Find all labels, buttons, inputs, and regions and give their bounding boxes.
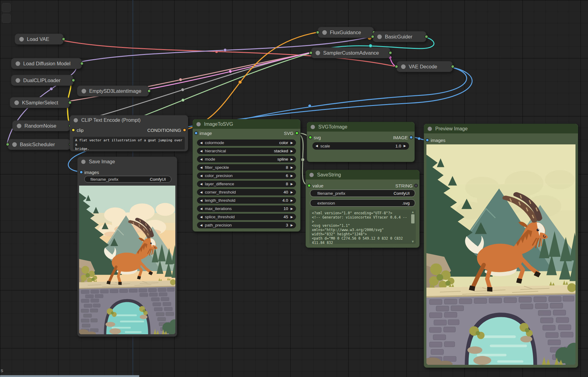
increment-icon[interactable]: ▶ bbox=[404, 144, 406, 147]
collapse-dot[interactable] bbox=[428, 127, 432, 131]
node-graph-canvas[interactable]: s bbox=[0, 0, 588, 377]
conditioning-output-port[interactable] bbox=[183, 128, 186, 132]
textarea-scrollbar[interactable]: ▲ ▼ bbox=[411, 210, 415, 243]
node-header[interactable]: SVGToImage bbox=[307, 122, 415, 132]
node-image-to-svg[interactable]: ImageToSVG image SVG ◀ colormode color ▶… bbox=[192, 119, 301, 232]
decrement-icon[interactable]: ◀ bbox=[200, 199, 203, 202]
increment-icon[interactable]: ▶ bbox=[290, 216, 293, 219]
increment-icon[interactable]: ▶ bbox=[290, 174, 293, 177]
decrement-icon[interactable]: ◀ bbox=[316, 144, 318, 147]
decrement-icon[interactable]: ◀ bbox=[200, 166, 203, 169]
image-output-port[interactable] bbox=[409, 136, 413, 139]
node-basic-scheduler[interactable]: BasicScheduler bbox=[8, 139, 71, 150]
decrement-icon[interactable]: ◀ bbox=[200, 183, 203, 186]
increment-icon[interactable]: ▶ bbox=[290, 199, 293, 202]
decrement-icon[interactable]: ◀ bbox=[200, 207, 203, 210]
collapse-dot[interactable] bbox=[311, 125, 315, 129]
node-random-noise[interactable]: RandomNoise bbox=[12, 120, 70, 131]
widget-filter-speckle[interactable]: ◀ filter_speckle 8 ▶ bbox=[197, 164, 296, 171]
decrement-icon[interactable]: ◀ bbox=[200, 216, 203, 219]
widget-colormode[interactable]: ◀ colormode color ▶ bbox=[197, 140, 296, 146]
collapse-dot[interactable] bbox=[309, 173, 314, 177]
output-port[interactable] bbox=[80, 62, 84, 65]
output-port[interactable] bbox=[71, 78, 75, 82]
widget-scale[interactable]: ◀ scale 1.0 ▶ bbox=[312, 142, 409, 150]
node-clip-text-encode[interactable]: CLIP Text Encode (Prompt) clip CONDITION… bbox=[70, 115, 188, 151]
collapse-dot[interactable] bbox=[196, 122, 201, 126]
clip-input-port[interactable] bbox=[71, 128, 75, 132]
collapse-dot[interactable] bbox=[322, 30, 327, 35]
widget-mode[interactable]: ◀ mode spline ▶ bbox=[197, 156, 296, 162]
collapse-dot[interactable] bbox=[17, 124, 21, 128]
node-dual-clip-loader[interactable]: DualCLIPLoader bbox=[11, 75, 73, 86]
increment-icon[interactable]: ▶ bbox=[290, 207, 293, 210]
node-svg-to-image[interactable]: SVGToImage svg IMAGE ◀ scale 1.0 ▶ bbox=[307, 122, 415, 162]
node-vae-decode[interactable]: VAE Decode bbox=[396, 61, 453, 72]
widget-hierarchical[interactable]: ◀ hierarchical stacked ▶ bbox=[197, 148, 296, 154]
input-port[interactable] bbox=[395, 65, 398, 68]
collapse-dot[interactable] bbox=[14, 100, 19, 105]
collapse-dot[interactable] bbox=[316, 51, 320, 55]
node-load-vae[interactable]: Load VAE bbox=[15, 34, 64, 45]
widget-path-precision[interactable]: ◀ path_precision 3 ▶ bbox=[197, 222, 296, 228]
widget-max-iterations[interactable]: ◀ max_iterations 10 ▶ bbox=[197, 205, 296, 212]
input-port[interactable] bbox=[6, 143, 9, 146]
collapse-dot[interactable] bbox=[19, 37, 24, 42]
collapse-dot[interactable] bbox=[82, 89, 86, 93]
collapse-dot[interactable] bbox=[377, 34, 382, 39]
widget-layer-difference[interactable]: ◀ layer_difference 8 ▶ bbox=[197, 181, 296, 187]
output-port[interactable] bbox=[451, 65, 455, 68]
node-basic-guider[interactable]: BasicGuider bbox=[373, 31, 426, 42]
decrement-icon[interactable]: ◀ bbox=[200, 174, 203, 177]
increment-icon[interactable]: ▶ bbox=[290, 183, 293, 186]
collapse-dot[interactable] bbox=[74, 118, 78, 122]
collapse-dot[interactable] bbox=[16, 61, 20, 66]
output-port[interactable] bbox=[68, 101, 72, 104]
node-save-image[interactable]: Save Image images filename_prefix ComfyU… bbox=[77, 157, 177, 337]
input-port[interactable] bbox=[316, 31, 320, 34]
node-header[interactable]: ImageToSVG bbox=[193, 119, 300, 129]
node-header[interactable]: CLIP Text Encode (Prompt) bbox=[70, 115, 188, 125]
increment-icon[interactable]: ▶ bbox=[290, 191, 293, 194]
widget-splice-threshold[interactable]: ◀ splice_threshold 45 ▶ bbox=[197, 214, 296, 220]
node-header[interactable]: SaveString bbox=[306, 170, 419, 179]
node-header[interactable]: Save Image bbox=[78, 157, 177, 166]
collapse-dot[interactable] bbox=[401, 64, 406, 69]
images-input-port[interactable] bbox=[425, 138, 429, 142]
decrement-icon[interactable]: ◀ bbox=[200, 158, 203, 161]
output-port[interactable] bbox=[147, 89, 151, 93]
output-port[interactable] bbox=[389, 51, 392, 55]
increment-icon[interactable]: ▶ bbox=[290, 150, 293, 153]
node-empty-sd3-latent-image[interactable]: EmptySD3LatentImage bbox=[77, 85, 149, 96]
collapse-dot[interactable] bbox=[81, 160, 86, 164]
node-ksampler-select[interactable]: KSamplerSelect bbox=[10, 97, 70, 108]
increment-icon[interactable]: ▶ bbox=[290, 224, 293, 227]
increment-icon[interactable]: ▶ bbox=[290, 158, 293, 161]
input-port[interactable] bbox=[371, 35, 374, 38]
collapse-dot[interactable] bbox=[12, 142, 17, 147]
node-header[interactable]: Preview Image bbox=[424, 124, 578, 133]
string-output-port[interactable] bbox=[414, 184, 418, 187]
decrement-icon[interactable]: ◀ bbox=[200, 141, 203, 144]
increment-icon[interactable]: ▶ bbox=[290, 166, 293, 169]
increment-icon[interactable]: ▶ bbox=[290, 141, 293, 144]
scrollbar-thumb[interactable] bbox=[411, 214, 415, 223]
canvas-edge-box-1[interactable] bbox=[2, 3, 11, 12]
node-preview-image[interactable]: Preview Image images bbox=[424, 124, 578, 368]
svg-output-port[interactable] bbox=[295, 131, 299, 135]
extension-widget[interactable]: extension .svg bbox=[310, 199, 415, 207]
node-load-diffusion-model[interactable]: Load Diffusion Model bbox=[11, 58, 82, 69]
output-port[interactable] bbox=[425, 35, 428, 38]
value-input-port[interactable] bbox=[307, 184, 311, 187]
scroll-up-icon[interactable]: ▲ bbox=[411, 210, 415, 214]
canvas-edge-box-2[interactable] bbox=[2, 14, 11, 23]
widget-length-threshold[interactable]: ◀ length_threshold 4.0 ▶ bbox=[197, 197, 296, 204]
output-port[interactable] bbox=[62, 37, 65, 41]
decrement-icon[interactable]: ◀ bbox=[200, 224, 203, 227]
svg-string-widget[interactable]: <?xml version="1.0" encoding="UTF-8"?> <… bbox=[309, 210, 416, 244]
prompt-text-widget[interactable]: A flat vector art illustration of a goat… bbox=[73, 137, 185, 150]
filename-prefix-widget[interactable]: filename_prefix ComfyUI bbox=[310, 190, 415, 197]
node-sampler-custom-advance[interactable]: SamplerCustomAdvance bbox=[311, 47, 390, 58]
images-input-port[interactable] bbox=[79, 170, 83, 174]
widget-color-precision[interactable]: ◀ color_precision 6 ▶ bbox=[197, 172, 296, 179]
